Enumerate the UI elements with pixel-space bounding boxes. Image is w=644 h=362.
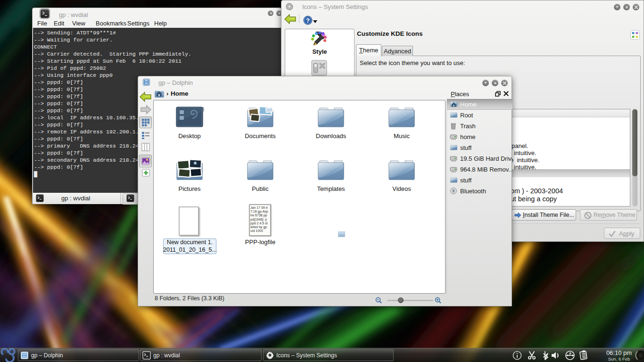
svg-text:?: ?: [306, 17, 310, 24]
